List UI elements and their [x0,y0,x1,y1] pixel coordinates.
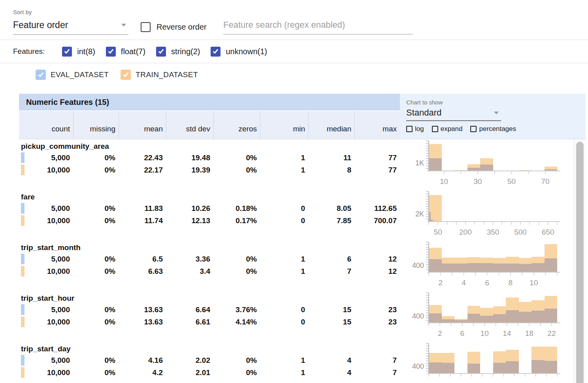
stat-median: 6 [308,253,354,265]
stat-missing: 0% [73,303,119,316]
stat-mean: 4.2 [119,366,166,379]
stat-count: 5,000 [19,303,73,316]
stat-std-dev: 19.39 [166,164,213,176]
feature-histogram-chart[interactable]: 400 [400,342,574,383]
sort-by-label: Sort by [13,9,32,15]
svg-text:500: 500 [514,228,527,236]
sort-bar: Sort by Feature order Reverse order [0,0,588,40]
feature-histogram-chart[interactable]: 246810400 [400,241,574,291]
stat-mean: 6.5 [119,253,166,265]
stat-zeros: 3.76% [213,303,260,316]
feature-histogram-chart[interactable]: 103050701K [400,139,574,190]
feature-histogram-chart[interactable]: 2610141822400 [400,291,574,342]
table-header-region: Numeric Features (15) count missing mean… [19,94,588,139]
train-stats-row: 10,000 0% 13.63 6.61 4.14% 0 15 23 [19,316,400,328]
svg-text:50: 50 [507,177,516,186]
chart-type-select[interactable]: Standard [406,108,501,121]
stat-median: 15 [308,303,354,316]
feature-name: trip_start_day [19,342,400,354]
filter-float[interactable]: float(7) [106,47,145,57]
feature-histogram-chart[interactable]: 502003505006502K [400,190,574,241]
stat-missing: 0% [73,164,119,176]
checkmark-icon [108,48,113,53]
filter-string[interactable]: string(2) [156,47,200,57]
stat-min: 1 [260,164,308,176]
stat-min: 1 [260,253,308,265]
stat-std-dev: 12.13 [166,214,213,227]
reverse-order-checkbox[interactable] [141,22,151,32]
feature-search-input[interactable] [223,20,413,34]
feature-block: trip_start_hour 5,000 0% 13.63 6.64 3.76… [19,291,588,342]
stat-zeros: 0% [213,253,260,265]
stat-count: 10,000 [19,214,73,227]
svg-text:1K: 1K [415,159,424,167]
filter-int[interactable]: int(8) [62,47,95,57]
eval-dataset-checkbox[interactable] [36,70,46,80]
stat-min: 0 [260,202,308,214]
stat-missing: 0% [73,214,119,227]
unknown-checkbox[interactable] [211,47,220,57]
expand-checkbox[interactable] [432,126,438,132]
expand-option[interactable]: expand [432,125,463,133]
train-color-swatch [21,215,24,226]
log-option[interactable]: log [406,125,424,133]
scrollbar-thumb[interactable] [576,142,584,383]
stat-std-dev: 3.36 [166,253,213,265]
feature-search [223,20,413,34]
feature-list: pickup_community_area 5,000 0% 22.43 19.… [19,139,588,383]
stat-zeros: 0% [213,366,260,379]
sort-by-select[interactable]: Feature order [13,20,128,35]
stat-count: 10,000 [19,316,73,328]
scrollbar-track[interactable] [574,140,586,383]
dataset-legend: EVAL_DATASET TRAIN_DATASET [0,63,588,94]
stat-median: 11 [308,152,354,164]
float-checkbox[interactable] [106,47,116,57]
reverse-order-label: Reverse order [156,23,207,32]
stat-std-dev: 6.64 [166,303,213,316]
column-count: count [19,111,73,139]
eval-dataset-toggle[interactable]: EVAL_DATASET [36,70,109,80]
stat-mean: 22.17 [119,164,166,176]
feature-name: trip_start_month [19,241,400,253]
train-dataset-checkbox[interactable] [121,70,131,80]
string-checkbox[interactable] [156,47,166,57]
svg-text:650: 650 [542,228,554,236]
feature-block: trip_start_day 5,000 0% 4.16 2.02 0% 1 4… [19,342,588,383]
svg-text:10: 10 [440,177,448,186]
stat-zeros: 0.18% [213,202,260,214]
svg-text:400: 400 [412,362,424,370]
stat-count: 5,000 [19,253,73,265]
column-std-dev: std dev [166,111,213,139]
stat-std-dev: 2.02 [166,354,213,366]
svg-text:2: 2 [438,329,442,337]
int-checkbox[interactable] [62,47,72,57]
stat-missing: 0% [73,253,119,265]
stat-min: 0 [260,303,308,316]
stat-mean: 11.83 [119,202,166,214]
chart-controls-panel: Chart to show Standard log expand percen… [400,94,586,139]
stat-max: 77 [354,152,400,164]
percentages-checkbox[interactable] [470,126,477,132]
eval-stats-row: 5,000 0% 13.63 6.64 3.76% 0 15 23 [19,303,400,316]
eval-color-swatch [21,355,24,366]
train-dataset-toggle[interactable]: TRAIN_DATASET [121,70,198,80]
stat-median: 4 [308,354,354,366]
train-stats-row: 10,000 0% 4.2 2.01 0% 1 4 7 [19,366,400,379]
stat-count: 10,000 [19,366,73,379]
stat-max: 12 [354,265,400,277]
stat-zeros: 0% [213,265,260,277]
train-color-swatch [21,367,24,378]
log-checkbox[interactable] [406,126,413,132]
stat-count: 5,000 [19,152,73,164]
stat-count: 5,000 [19,354,73,366]
stat-mean: 6.63 [119,265,166,277]
stat-std-dev: 19.48 [166,152,213,164]
svg-text:200: 200 [459,228,472,236]
percentages-option[interactable]: percentages [470,125,516,133]
stat-count: 10,000 [19,164,73,176]
stat-mean: 13.63 [119,303,166,316]
reverse-order-control[interactable]: Reverse order [141,22,207,32]
filter-unknown[interactable]: unknown(1) [211,47,267,57]
feature-block: pickup_community_area 5,000 0% 22.43 19.… [19,139,588,190]
checkmark-icon [38,71,43,77]
